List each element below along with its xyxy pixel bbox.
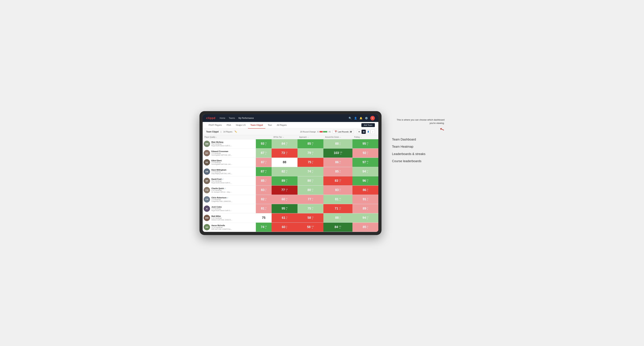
tablet-device: clippd Home Teams My Performance 🔍 👤 🔔 ⚙… <box>200 111 382 235</box>
tab-pga[interactable]: PGA <box>224 122 234 129</box>
player-name: Charlie Quick ✓ <box>212 187 232 189</box>
player-name: Aaron Nicholls <box>212 224 232 226</box>
score-around_green-1: 103 +15 <box>324 148 352 158</box>
table-row[interactable]: DF David Ford ✓ Plus Handicap Royal Nort… <box>203 176 378 185</box>
edit-icon[interactable]: ✏️ <box>234 131 237 133</box>
tab-all-players[interactable]: All Players <box>274 122 289 129</box>
plus-label: +5 <box>328 131 330 133</box>
player-cell-3: DB Dave Billingham 1-5 Handicap Gog Mago… <box>203 167 272 176</box>
score-around_green-8: 88 -2 <box>324 213 352 222</box>
annotation-list: Team Dashboard Team Heatmap Leaderboards… <box>392 138 444 163</box>
user-icon[interactable]: 👤 <box>354 117 357 120</box>
score-approach-1: 79 +9 <box>298 148 324 158</box>
score-off_tee-2: 88 <box>272 158 298 167</box>
col-header-approach: Approach → <box>298 135 324 139</box>
score-approach-4: 80 +3 <box>298 176 324 185</box>
player-avatar: AN <box>204 224 210 230</box>
score-off_tee-1: 73 -11 <box>272 148 298 158</box>
round-change-label: 20 Round Change <box>300 131 316 133</box>
tab-tour[interactable]: Tour <box>265 122 274 129</box>
nav-my-performance[interactable]: My Performance <box>238 117 254 119</box>
player-cell-1: EC Edward Crossman 1-5 Handicap Sunningd… <box>203 148 272 158</box>
annotation-item-0: Team Dashboard <box>392 138 444 142</box>
player-avatar: DF <box>204 178 210 184</box>
score-around_green-0: 88 -1 <box>324 139 352 148</box>
col-header-around-green: Around the Green → <box>324 135 352 139</box>
player-cell-8: MM Matt Miller 6-10 Handicap Woburn Golf… <box>203 213 272 222</box>
tab-pgat-players[interactable]: PGAT Players <box>206 122 224 129</box>
score-around_green-5: 83 -6 <box>324 185 352 195</box>
table-row[interactable]: AN Aaron Nicholls 11-15 Handicap Drift G… <box>203 222 378 232</box>
table-row[interactable]: CR Chris Robertson ✓ 1-5 Handicap Craigm… <box>203 195 378 204</box>
player-avatar: CR <box>204 196 210 202</box>
annotation-panel: This is where you can choose which dashb… <box>392 111 444 163</box>
player-handicap: 11-15 Handicap <box>212 226 232 228</box>
bell-icon[interactable]: 🔔 <box>360 117 362 120</box>
tab-team-clippd[interactable]: Team Clippd <box>248 122 265 129</box>
table-row[interactable]: MM Matt Miller 6-10 Handicap Woburn Golf… <box>203 213 378 222</box>
table-row[interactable]: JC Josh Coles 1-5 Handicap Royal North D… <box>203 204 378 213</box>
table-row[interactable]: EC Edward Crossman 1-5 Handicap Sunningd… <box>203 148 378 158</box>
search-icon[interactable]: 🔍 <box>348 117 352 120</box>
col-header-off-tee: Off the Tee → <box>272 135 298 139</box>
score-putting-9: 85 -4 <box>352 222 378 232</box>
score-off_tee-3: 82 +4 <box>272 167 298 176</box>
score-approach-7: 75 +2 <box>298 204 324 213</box>
player-handicap: 1-5 Handicap <box>212 199 232 200</box>
score-approach-0: 85 +8 <box>298 139 324 148</box>
player-handicap: 1-5 Handicap <box>212 162 232 163</box>
player-handicap: 6-10 Handicap <box>212 217 232 219</box>
score-putting-1: 92 -3 <box>352 148 378 158</box>
player-handicap: Plus Handicap <box>212 143 232 145</box>
app-logo: clippd <box>206 117 216 120</box>
heatmap-view-button[interactable]: ▦ <box>362 130 366 134</box>
nav-teams[interactable]: Teams <box>229 117 235 119</box>
nav-right-icons: 🔍 👤 🔔 ⚙️ U <box>348 116 375 120</box>
player-club: Sunningdale Golf Club, United Kingdom <box>212 163 232 165</box>
player-cell-9: AN Aaron Nicholls 11-15 Handicap Drift G… <box>203 222 272 232</box>
score-around_green-7: 71 -11 <box>324 204 352 213</box>
player-cell-7: JC Josh Coles 1-5 Handicap Royal North D… <box>203 204 272 213</box>
player-avatar: MM <box>204 215 210 221</box>
score-off_tee-4: 89 +7 <box>272 176 298 185</box>
download-button[interactable]: ↓ <box>371 130 375 134</box>
player-name: Chris Robertson ✓ <box>212 197 232 199</box>
player-cell-0: BM Blair McHarg Plus Handicap Royal Nort… <box>203 139 272 148</box>
grid-view-button[interactable]: ⊞ <box>357 130 361 134</box>
settings-icon[interactable]: ⚙️ <box>365 117 368 120</box>
table-row[interactable]: DB Dave Billingham 1-5 Handicap Gog Mago… <box>203 167 378 176</box>
player-avatar: EC <box>204 150 210 156</box>
red-bar <box>320 131 323 133</box>
score-approach-8: 58 +4 <box>298 213 324 222</box>
table-row[interactable]: EE Elliot Ebert 1-5 Handicap Sunningdale… <box>203 158 378 167</box>
annotation-item-2: Leaderboards & streaks <box>392 152 444 156</box>
last-rounds-button[interactable]: 📅 Last Rounds: 20 <box>333 130 354 134</box>
tab-right-actions: Add Team <box>362 123 375 127</box>
add-team-button[interactable]: Add Team <box>362 123 375 127</box>
score-putting-5: 86 -8 <box>352 185 378 195</box>
player-club: St. George's Hill GC - Weybridge - Surre… <box>212 191 232 193</box>
player-cell-4: DF David Ford ✓ Plus Handicap Royal Nort… <box>203 176 272 185</box>
score-off_tee-0: 84 +6 <box>272 139 298 148</box>
nav-home[interactable]: Home <box>220 117 225 119</box>
user-avatar[interactable]: U <box>370 116 375 120</box>
score-putting-2: 97 +5 <box>352 158 378 167</box>
team-name: Team Clippd <box>206 131 218 133</box>
player-count: 14 Players <box>223 131 232 133</box>
score-putting-3: 94 +1 <box>352 167 378 176</box>
quality-score: 87 +4 <box>256 167 272 176</box>
tab-hcaps[interactable]: Hcaps 1-5 <box>234 122 248 129</box>
quality-score: 93 +4 <box>256 139 272 148</box>
player-club: Sunningdale Golf Club, United Kingdom <box>212 154 232 156</box>
player-cell-5: CQ Charlie Quick ✓ 6-10 Handicap St. Geo… <box>203 185 272 195</box>
score-approach-2: 75 -3 <box>298 158 324 167</box>
player-club: Royal North Devon Golf Club, United King… <box>212 145 232 147</box>
player-avatar: DB <box>204 169 210 175</box>
list-view-button[interactable]: 👤 <box>366 130 370 134</box>
separator: | <box>221 131 221 133</box>
player-name: Blair McHarg <box>212 141 232 143</box>
calendar-icon: 📅 <box>334 131 337 133</box>
table-row[interactable]: CQ Charlie Quick ✓ 6-10 Handicap St. Geo… <box>203 185 378 195</box>
table-row[interactable]: BM Blair McHarg Plus Handicap Royal Nort… <box>203 139 378 148</box>
score-putting-6: 91 -3 <box>352 195 378 204</box>
